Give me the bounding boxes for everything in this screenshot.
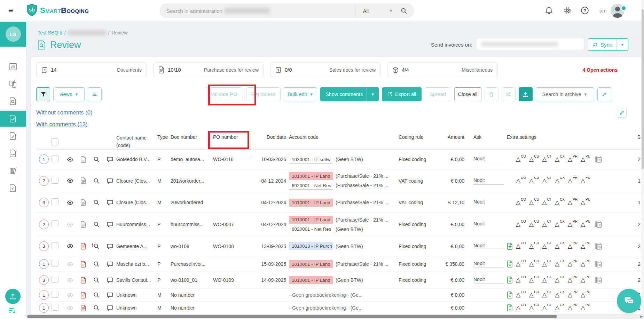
split-doc-icon[interactable] — [507, 292, 513, 298]
triangle-pu-icon[interactable]: △PU — [581, 277, 590, 283]
search-scope-select[interactable]: All — [363, 8, 369, 14]
column-settings-button[interactable]: ≡ — [88, 87, 102, 101]
account-code-chip[interactable]: 1010001 - IP Land — [289, 260, 333, 268]
triangle-co-icon[interactable]: △CO — [516, 277, 526, 283]
notifications-bell-icon[interactable] — [545, 6, 553, 15]
triangle-cx-icon[interactable]: △CX — [555, 277, 565, 283]
magnifier-icon[interactable] — [93, 292, 100, 298]
sync-split-button[interactable]: Sync ▼ — [588, 38, 628, 51]
triangle-ct-icon[interactable]: △CT — [542, 261, 552, 267]
scroll-right-arrow-icon[interactable]: ▶ — [640, 315, 643, 318]
spread-button[interactable]: Spread — [425, 87, 451, 101]
split-doc-icon[interactable] — [507, 304, 513, 311]
magnifier-icon[interactable] — [93, 305, 100, 311]
triangle-pu-icon[interactable]: △PU — [581, 156, 590, 162]
account-code-chip[interactable]: 1010001 - IP Land — [289, 276, 333, 284]
pdf-file-icon[interactable] — [80, 305, 86, 311]
row-checkbox[interactable] — [52, 260, 58, 267]
sidebar-item-dashboard[interactable] — [0, 58, 26, 74]
comment-icon[interactable] — [107, 178, 113, 184]
reprocess-button[interactable]: Reprocess — [246, 87, 281, 101]
stat-documents[interactable]: 14 Documents — [36, 62, 147, 77]
triangle-co-icon[interactable]: △CO — [516, 292, 526, 298]
triangle-ct-icon[interactable]: △CT — [542, 292, 552, 298]
ask-select[interactable]: Nooit — [473, 277, 504, 284]
comment-icon[interactable] — [107, 305, 113, 311]
triangle-co-icon[interactable]: △CO — [516, 177, 526, 184]
comment-icon[interactable] — [107, 156, 113, 162]
stat-sales-docs[interactable]: 0/0 Sales docs for review — [270, 62, 381, 77]
triangle-co-icon[interactable]: △CO — [516, 261, 526, 267]
pdf-file-icon[interactable] — [80, 261, 86, 268]
col-account-code[interactable]: Account code — [289, 134, 399, 140]
triangle-pu-icon[interactable]: △PU — [581, 261, 590, 267]
filter-button[interactable] — [36, 87, 50, 101]
sidebar-item-document-sign[interactable] — [0, 145, 26, 161]
triangle-cx-icon[interactable]: △CX — [555, 156, 565, 162]
triangle-cu-icon[interactable]: △CU — [529, 261, 539, 267]
vertical-scrollbar-thumb[interactable] — [642, 9, 644, 169]
stat-purchase-docs[interactable]: 10/10 Purchase docs for review — [153, 62, 264, 77]
copy-schedule-icon[interactable] — [594, 155, 603, 164]
account-code-chip[interactable]: 6020001 - Net Res — [289, 225, 333, 233]
horizontal-scrollbar[interactable]: ▶ — [26, 314, 644, 319]
horizontal-scrollbar-thumb[interactable] — [27, 315, 557, 318]
vertical-scrollbar[interactable] — [641, 0, 644, 314]
col-po-number[interactable]: PO number — [213, 134, 248, 140]
triangle-pr-icon[interactable]: △PR — [568, 304, 578, 311]
col-extra-settings[interactable]: Extra settings — [507, 134, 622, 140]
app-logo[interactable]: SmartBooqing — [26, 4, 89, 17]
comment-icon[interactable] — [107, 221, 113, 228]
ask-select[interactable]: Nooit — [473, 199, 504, 206]
triangle-co-icon[interactable]: △CO — [516, 221, 526, 228]
col-doc-number[interactable]: Doc number — [171, 134, 213, 140]
help-icon[interactable] — [581, 6, 589, 15]
ask-select[interactable]: Nooit — [473, 221, 504, 228]
triangle-cx-icon[interactable]: △CX — [555, 221, 565, 228]
chat-support-button[interactable] — [617, 289, 641, 313]
sidebar-item-document-inspect[interactable] — [0, 93, 26, 109]
upload-button[interactable] — [5, 289, 21, 304]
sidebar-sort-toggle[interactable] — [8, 308, 16, 314]
hamburger-menu-icon[interactable]: ≡ — [8, 6, 13, 15]
magnifier-icon[interactable] — [93, 243, 100, 249]
split-doc-icon[interactable] — [507, 243, 513, 250]
chevron-down-icon[interactable]: ▼ — [389, 8, 393, 13]
triangle-ct-icon[interactable]: △CT — [542, 304, 552, 311]
col-doc-date[interactable]: Doc date — [248, 134, 289, 140]
account-code-chip[interactable]: 1010001 - IP Land — [289, 199, 333, 207]
sidebar-item-invoices[interactable] — [0, 180, 26, 196]
ask-select[interactable]: Nooit — [473, 261, 504, 268]
administration-avatar[interactable]: LS — [0, 22, 26, 47]
triangle-cx-icon[interactable]: △CX — [555, 304, 565, 311]
account-code-chip[interactable]: 1010001 - IP Land — [289, 216, 333, 224]
pdf-file-icon[interactable] — [80, 277, 86, 284]
col-ask[interactable]: Ask — [464, 134, 507, 140]
col-contact-name[interactable]: Contact name — [116, 135, 147, 141]
global-search-bar[interactable]: Search in administration All ▼ — [159, 3, 414, 18]
show-comments-caret[interactable]: ▼ — [367, 88, 378, 101]
triangle-co-icon[interactable]: △CO — [516, 199, 526, 206]
eye-icon[interactable] — [67, 199, 73, 206]
bulk-edit-dropdown[interactable]: Bulk edit▼ — [284, 87, 317, 101]
upload-docs-button[interactable] — [519, 87, 533, 101]
triangle-pr-icon[interactable]: △PR — [568, 243, 578, 249]
triangle-pr-icon[interactable]: △PR — [568, 292, 578, 298]
delete-button[interactable] — [485, 87, 498, 101]
close-all-button[interactable]: Close all — [454, 87, 481, 101]
fullscreen-button[interactable] — [597, 87, 611, 101]
row-checkbox[interactable] — [52, 276, 58, 283]
xml-file-icon[interactable] — [80, 177, 86, 184]
show-comments-split-button[interactable]: Show comments▼ — [320, 87, 379, 101]
triangle-cx-icon[interactable]: △CX — [555, 261, 565, 267]
eye-icon[interactable] — [67, 243, 73, 249]
triangle-cu-icon[interactable]: △CU — [529, 277, 539, 283]
row-checkbox[interactable] — [52, 291, 58, 298]
row-checkbox[interactable] — [52, 155, 58, 162]
triangle-pr-icon[interactable]: △PR — [568, 277, 578, 283]
magnifier-icon[interactable] — [93, 156, 100, 162]
triangle-cu-icon[interactable]: △CU — [529, 304, 539, 311]
xml-file-icon[interactable] — [80, 156, 86, 163]
views-dropdown[interactable]: views▼ — [53, 87, 85, 101]
triangle-ct-icon[interactable]: △CT — [542, 177, 552, 184]
